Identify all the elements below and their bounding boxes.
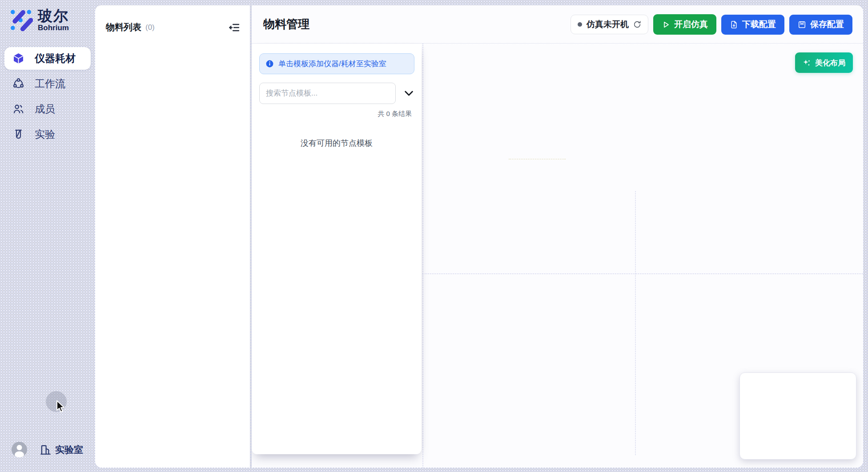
experiment-icon: [12, 128, 24, 140]
workflow-icon: [12, 78, 24, 90]
info-icon: [265, 60, 274, 68]
material-list-title: 物料列表: [106, 21, 141, 33]
beautify-layout-label: 美化布局: [815, 58, 845, 68]
material-list-count: (0): [145, 23, 155, 32]
building-icon: [40, 444, 51, 456]
user-icon: [12, 442, 27, 457]
save-config-label: 保存配置: [810, 19, 844, 30]
sidebar-footer: 实验室: [12, 442, 83, 457]
brand-name-cn: 玻尔: [38, 8, 69, 24]
refresh-icon[interactable]: [633, 20, 641, 28]
mouse-cursor-icon: [56, 400, 66, 414]
canvas-header: 物料管理 仿真未开机 开启仿真: [252, 5, 863, 44]
sidebar-item-members[interactable]: 成员: [4, 98, 91, 120]
lab-entry[interactable]: 实验室: [40, 444, 83, 456]
template-empty-text: 没有可用的节点模板: [252, 138, 422, 148]
play-icon: [662, 20, 670, 29]
page-title: 物料管理: [263, 16, 309, 32]
material-list-panel: 物料列表 (0): [95, 5, 250, 468]
save-icon: [798, 20, 806, 29]
canvas-area[interactable]: 物料管理 仿真未开机 开启仿真: [252, 5, 863, 468]
simulation-status-text: 仿真未开机: [587, 19, 629, 30]
template-hint-text: 单击模板添加仪器/耗材至实验室: [278, 59, 386, 69]
file-download-icon: [730, 20, 738, 29]
template-search-input[interactable]: [259, 83, 396, 104]
sidebar-item-label: 成员: [35, 102, 55, 116]
beautify-layout-button[interactable]: 美化布局: [795, 52, 853, 73]
sidebar-item-experiments[interactable]: 实验: [4, 123, 91, 146]
canvas-guide-horizontal: [422, 273, 863, 274]
save-config-button[interactable]: 保存配置: [789, 15, 852, 35]
members-icon: [12, 103, 24, 115]
collapse-panel-icon: [229, 23, 240, 32]
app-window: 玻尔 Bohrium 仪器耗材 工作流: [0, 0, 868, 472]
sidebar-item-workflow[interactable]: 工作流: [4, 72, 91, 95]
avatar[interactable]: [12, 442, 27, 457]
template-search-row: [259, 83, 414, 104]
simulation-status-pill[interactable]: 仿真未开机: [571, 15, 648, 34]
canvas-guide-vertical: [635, 191, 636, 455]
canvas-guide-vertical: [422, 44, 423, 468]
chevron-down-icon: [404, 90, 414, 96]
header-controls: 仿真未开机 开启仿真: [571, 5, 852, 44]
brand: 玻尔 Bohrium: [9, 7, 69, 32]
sidebar-item-instruments[interactable]: 仪器耗材: [4, 47, 91, 70]
sparkles-icon: [803, 59, 811, 67]
expand-filter-button[interactable]: [404, 90, 414, 96]
download-config-label: 下载配置: [742, 19, 776, 30]
node-template-panel: 单击模板添加仪器/耗材至实验室 共 0 条结果 没有可用的节点模板: [252, 44, 422, 454]
cube-icon: [12, 52, 24, 64]
download-config-button[interactable]: 下载配置: [721, 15, 784, 35]
start-simulation-label: 开启仿真: [674, 19, 708, 30]
sidebar-nav: 仪器耗材 工作流 成员: [4, 47, 91, 148]
lab-entry-label: 实验室: [55, 444, 83, 456]
template-result-count: 共 0 条结果: [252, 110, 412, 118]
status-dot-icon: [578, 22, 582, 27]
sidebar-item-label: 实验: [35, 128, 55, 141]
collapse-panel-button[interactable]: [229, 22, 240, 33]
brand-name-en: Bohrium: [38, 24, 69, 32]
minimap[interactable]: [739, 372, 856, 460]
sidebar-item-label: 工作流: [35, 77, 65, 91]
canvas-guide-horizontal: [509, 159, 566, 160]
template-hint-banner: 单击模板添加仪器/耗材至实验室: [259, 53, 414, 74]
sidebar-item-label: 仪器耗材: [35, 52, 76, 65]
start-simulation-button[interactable]: 开启仿真: [653, 14, 716, 35]
bohrium-logo-icon: [9, 7, 33, 31]
material-list-header: 物料列表 (0): [95, 5, 250, 33]
